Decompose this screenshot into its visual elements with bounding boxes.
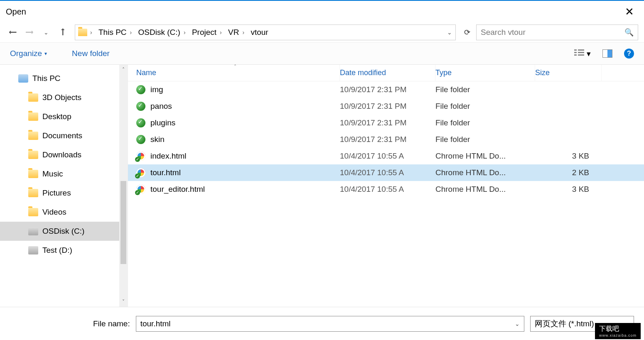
command-bar: Organize ▾ New folder ▾ ? (0, 42, 644, 65)
file-name: tour.html (150, 168, 181, 177)
back-button[interactable]: 🠔 (6, 25, 20, 39)
file-size: 3 KB (535, 185, 602, 194)
scroll-down-icon[interactable]: ˅ (122, 297, 125, 307)
file-date: 10/4/2017 10:55 A (340, 185, 435, 194)
scroll-up-icon[interactable]: ˄ (122, 65, 125, 75)
filename-input[interactable]: tour.html ⌄ (136, 316, 524, 332)
recent-locations-dropdown[interactable]: ⌄ (39, 25, 53, 39)
folder-icon (28, 113, 38, 121)
file-row[interactable]: plugins10/9/2017 2:31 PMFile folder (128, 115, 644, 131)
file-type: Chrome HTML Do... (435, 185, 535, 194)
watermark: 下载吧 www.xiazaiba.com (595, 323, 641, 339)
pc-icon (18, 74, 28, 83)
title-bar: Open ✕ (0, 1, 644, 22)
file-name: index.html (150, 152, 187, 161)
chevron-right-icon[interactable]: › (242, 29, 247, 36)
file-type: File folder (435, 85, 535, 94)
breadcrumb-item[interactable]: OSDisk (C:) (135, 28, 184, 37)
chevron-right-icon[interactable]: › (184, 29, 189, 36)
chevron-right-icon[interactable]: › (90, 29, 95, 36)
drive-icon (28, 227, 38, 235)
file-type: File folder (435, 118, 535, 127)
breadcrumb-item[interactable]: VR (225, 28, 242, 37)
breadcrumb-item[interactable]: This PC (95, 28, 130, 37)
file-row[interactable]: panos10/9/2017 2:31 PMFile folder (128, 98, 644, 115)
search-input[interactable]: Search vtour 🔍 (476, 24, 638, 40)
html-icon (136, 185, 145, 194)
address-bar[interactable]: ›This PC›OSDisk (C:)›Project›VR›vtour ⌄ (75, 24, 456, 40)
sidebar-scrollbar[interactable]: ˄ ˅ (119, 65, 128, 307)
column-header-date[interactable]: Date modified (340, 65, 435, 81)
organize-menu[interactable]: Organize ▾ (10, 49, 47, 58)
sidebar-item[interactable]: Pictures (0, 183, 128, 203)
navigation-pane: This PC3D ObjectsDesktopDocumentsDownloa… (0, 65, 128, 307)
folder-icon (136, 135, 145, 144)
search-placeholder: Search vtour (481, 28, 526, 37)
sort-ascending-icon: ˄ (234, 64, 236, 70)
sidebar-item[interactable]: OSDisk (C:) (0, 222, 128, 241)
sidebar-item-this-pc[interactable]: This PC (0, 69, 128, 88)
column-header-name[interactable]: ˄ Name (128, 65, 340, 81)
file-date: 10/9/2017 2:31 PM (340, 85, 435, 94)
chevron-right-icon[interactable]: › (130, 29, 135, 36)
column-headers: ˄ Name Date modified Type Size (128, 65, 644, 81)
breadcrumb-item[interactable]: Project (189, 28, 220, 37)
breadcrumb-item[interactable]: vtour (247, 28, 271, 37)
help-icon[interactable]: ? (624, 49, 634, 59)
sidebar-item[interactable]: Documents (0, 126, 128, 145)
address-dropdown-icon[interactable]: ⌄ (447, 29, 452, 36)
file-size: 3 KB (535, 152, 602, 161)
sidebar-item[interactable]: Desktop (0, 107, 128, 126)
scroll-thumb[interactable] (120, 181, 126, 264)
sidebar-item[interactable]: Downloads (0, 145, 128, 164)
file-row[interactable]: tour_editor.html10/4/2017 10:55 AChrome … (128, 181, 644, 198)
drive-icon (28, 246, 38, 254)
refresh-icon[interactable]: ⟳ (461, 28, 474, 37)
sidebar-item[interactable]: Test (D:) (0, 241, 128, 260)
folder-icon (75, 25, 90, 40)
new-folder-button[interactable]: New folder (72, 49, 110, 58)
file-name: panos (150, 102, 172, 111)
list-view-icon (574, 49, 584, 58)
file-size: 2 KB (535, 168, 602, 177)
file-row[interactable]: img10/9/2017 2:31 PMFile folder (128, 81, 644, 98)
file-name: plugins (150, 118, 175, 127)
folder-icon (136, 102, 145, 111)
preview-pane-toggle[interactable] (602, 49, 612, 58)
up-button[interactable]: 🠕 (56, 25, 70, 39)
content-area: This PC3D ObjectsDesktopDocumentsDownloa… (0, 65, 644, 307)
view-menu[interactable]: ▾ (574, 49, 591, 59)
folder-icon (136, 85, 145, 94)
chevron-down-icon: ▾ (587, 49, 591, 59)
sidebar-item[interactable]: Music (0, 164, 128, 183)
column-header-size[interactable]: Size (535, 65, 602, 81)
file-row[interactable]: skin10/9/2017 2:31 PMFile folder (128, 131, 644, 148)
folder-icon (28, 151, 38, 159)
forward-button[interactable]: 🠖 (22, 25, 37, 39)
file-date: 10/9/2017 2:31 PM (340, 135, 435, 144)
file-date: 10/9/2017 2:31 PM (340, 102, 435, 111)
chevron-down-icon[interactable]: ⌄ (515, 320, 520, 327)
folder-icon (28, 208, 38, 216)
filename-label: File name: (93, 319, 130, 328)
file-date: 10/4/2017 10:55 A (340, 168, 435, 177)
column-header-type[interactable]: Type (435, 65, 535, 81)
close-icon[interactable]: ✕ (621, 5, 638, 18)
footer-bar: File name: tour.html ⌄ 网页文件 (*.html) ⌄ 下… (0, 307, 644, 340)
file-date: 10/4/2017 10:55 A (340, 152, 435, 161)
window-title: Open (6, 7, 26, 17)
sidebar-item[interactable]: Videos (0, 203, 128, 222)
file-name: img (150, 85, 163, 94)
file-row[interactable]: index.html10/4/2017 10:55 AChrome HTML D… (128, 148, 644, 164)
search-icon: 🔍 (624, 28, 634, 37)
chevron-right-icon[interactable]: › (220, 29, 225, 36)
folder-icon (28, 189, 38, 197)
file-date: 10/9/2017 2:31 PM (340, 118, 435, 127)
sidebar-item[interactable]: 3D Objects (0, 88, 128, 107)
nav-row: 🠔 🠖 ⌄ 🠕 ›This PC›OSDisk (C:)›Project›VR›… (0, 22, 644, 42)
file-type: File folder (435, 102, 535, 111)
file-type: Chrome HTML Do... (435, 168, 535, 177)
html-icon (136, 152, 145, 161)
folder-icon (28, 93, 38, 102)
file-row[interactable]: tour.html10/4/2017 10:55 AChrome HTML Do… (128, 164, 644, 181)
